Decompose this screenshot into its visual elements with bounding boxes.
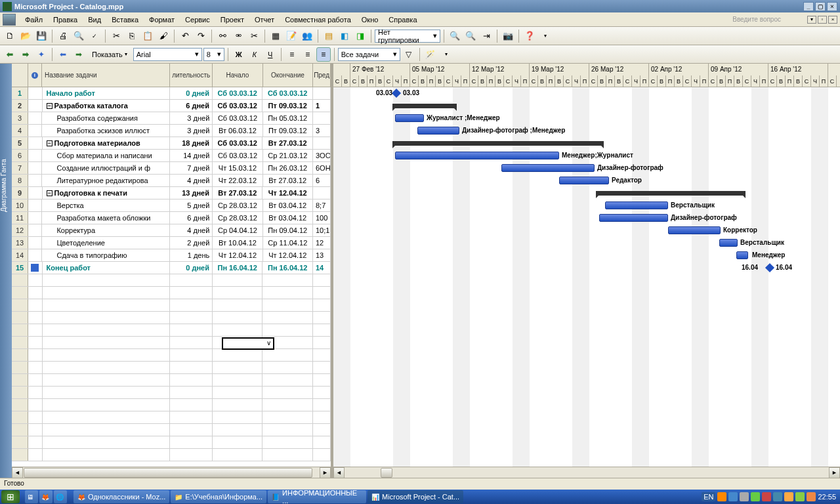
table-row[interactable]: 9−Подготовка к печати13 днейВт 27.03.12Ч… xyxy=(12,187,331,200)
task-bar[interactable] xyxy=(605,201,668,209)
table-row[interactable]: 7Создание иллюстраций и ф7 днейЧт 15.03.… xyxy=(12,162,331,175)
indent2-button[interactable]: ➡ xyxy=(72,47,86,62)
save-button[interactable]: 💾 xyxy=(34,29,49,43)
paste-button[interactable]: 📋 xyxy=(140,29,155,43)
task-bar[interactable] xyxy=(559,177,609,184)
tray-icon[interactable] xyxy=(795,492,805,501)
link-task-button[interactable]: ⚯ xyxy=(215,29,230,43)
up-button[interactable]: ✦ xyxy=(34,47,49,62)
table-row[interactable] xyxy=(12,274,331,287)
maximize-button[interactable]: ▢ xyxy=(815,2,826,11)
tray-icon[interactable] xyxy=(773,492,782,501)
toolbar2-options-button[interactable]: ▾ xyxy=(439,47,453,62)
print-button[interactable]: 🖨 xyxy=(56,29,70,43)
prev-button[interactable]: ⬅ xyxy=(3,47,17,62)
table-row[interactable] xyxy=(12,374,331,387)
table-row[interactable]: 4Разработка эскизов иллюст3 днейВт 06.03… xyxy=(12,125,331,137)
zoom-out-button[interactable]: 🔍 xyxy=(463,29,478,43)
tray-icon[interactable] xyxy=(740,492,749,501)
table-row[interactable]: 8Литературное редактирова4 днейЧт 22.03.… xyxy=(12,175,331,187)
taskbar-item[interactable]: 🦊 Одноклассники - Moz... xyxy=(74,490,169,503)
menu-tools[interactable]: Сервис xyxy=(180,14,215,26)
table-row[interactable]: 1Начало работ0 днейСб 03.03.12Сб 03.03.1… xyxy=(12,87,331,100)
tray-icon[interactable] xyxy=(762,492,771,501)
table-row[interactable] xyxy=(12,424,331,436)
task-bar[interactable] xyxy=(395,114,424,122)
align-left-button[interactable]: ≡ xyxy=(285,47,299,62)
outdent-button[interactable]: ◧ xyxy=(337,29,352,43)
task-bar[interactable] xyxy=(395,152,559,159)
tray-icon[interactable] xyxy=(807,492,816,501)
table-row[interactable]: 12Корректура4 днейСр 04.04.12Пн 09.04.12… xyxy=(12,224,331,237)
publish-button[interactable]: ▤ xyxy=(322,29,336,43)
indent-button[interactable]: ◨ xyxy=(353,29,368,43)
task-bar[interactable] xyxy=(501,164,595,172)
italic-button[interactable]: К xyxy=(247,47,262,62)
gantt-timeline-header[interactable]: 27 Фев '1205 Мар '1212 Мар '1219 Мар '12… xyxy=(333,64,840,87)
menu-format[interactable]: Формат xyxy=(144,14,180,26)
start-header[interactable]: Начало xyxy=(213,64,263,87)
scroll-right-button[interactable]: ► xyxy=(320,467,331,478)
question-box[interactable]: Введите вопрос xyxy=(732,16,807,23)
menu-help[interactable]: Справка xyxy=(383,14,422,26)
show-button[interactable]: Показать ▾ xyxy=(87,47,132,62)
summary-bar[interactable] xyxy=(596,191,746,196)
menu-edit[interactable]: Правка xyxy=(48,14,83,26)
preview-button[interactable]: 🔍 xyxy=(72,29,86,43)
table-row[interactable] xyxy=(12,287,331,299)
underline-button[interactable]: Ч xyxy=(263,47,278,62)
tray-icon[interactable] xyxy=(784,492,793,501)
language-indicator[interactable]: EN xyxy=(702,492,715,501)
menu-window[interactable]: Окно xyxy=(356,14,384,26)
summary-bar[interactable] xyxy=(392,104,457,108)
end-header[interactable]: Окончание xyxy=(263,64,314,87)
minimize-button[interactable]: _ xyxy=(803,2,814,11)
unlink-task-button[interactable]: ⚮ xyxy=(231,29,245,43)
next-button[interactable]: ➡ xyxy=(18,47,33,62)
table-row[interactable] xyxy=(12,299,331,312)
taskbar-item[interactable]: 📁 E:\Учебная\Информа... xyxy=(171,490,266,503)
table-row[interactable] xyxy=(12,399,331,411)
system-tray[interactable]: EN 22:55 xyxy=(702,492,839,501)
task-bar[interactable] xyxy=(668,226,721,234)
open-button[interactable]: 📂 xyxy=(18,29,33,43)
close-button[interactable]: × xyxy=(827,2,837,11)
table-row[interactable]: 6Сбор материала и написани14 днейСб 03.0… xyxy=(12,150,331,162)
menu-view[interactable]: Вид xyxy=(83,14,106,26)
task-name-header[interactable]: Название задачи xyxy=(42,64,170,87)
view-bar[interactable]: Диаграмма Ганта xyxy=(0,64,12,478)
doc-close-button[interactable]: × xyxy=(828,16,837,24)
menu-file[interactable]: Файл xyxy=(20,14,48,26)
outdent2-button[interactable]: ⬅ xyxy=(56,47,70,62)
grouping-combo[interactable]: Нет группировки▾ xyxy=(375,30,440,43)
table-row[interactable]: 3Разработка содержания3 днейСб 03.03.12П… xyxy=(12,112,331,125)
spelling-button[interactable]: ✓ xyxy=(87,29,102,43)
task-bar[interactable] xyxy=(736,251,748,259)
task-info-button[interactable]: ▦ xyxy=(268,29,283,43)
table-row[interactable] xyxy=(12,349,331,362)
tray-icon[interactable] xyxy=(728,492,738,501)
gantt-scrollbar[interactable]: ◄ ► xyxy=(333,467,840,478)
info-column-header[interactable]: i xyxy=(28,64,42,87)
copy-picture-button[interactable]: 📷 xyxy=(501,29,515,43)
tray-icon[interactable] xyxy=(751,492,760,501)
size-combo[interactable]: 8▾ xyxy=(203,48,224,61)
undo-button[interactable]: ↶ xyxy=(178,29,192,43)
quicklaunch-icon[interactable]: 🦊 xyxy=(39,490,52,503)
table-row[interactable] xyxy=(12,324,331,337)
copy-button[interactable]: ⎘ xyxy=(125,29,139,43)
left-scrollbar[interactable]: ◄ ► xyxy=(12,467,331,478)
table-row[interactable]: 14Сдача в типографию1 деньЧт 12.04.12Чт … xyxy=(12,249,331,262)
table-row[interactable] xyxy=(12,337,331,349)
quicklaunch-icon[interactable]: 🖥 xyxy=(25,490,38,503)
table-row[interactable] xyxy=(12,411,331,424)
pred-header[interactable]: Пред xyxy=(313,64,331,87)
summary-bar[interactable] xyxy=(392,141,604,146)
menu-insert[interactable]: Вставка xyxy=(106,14,144,26)
new-button[interactable]: 🗋 xyxy=(3,29,17,43)
doc-restore-button[interactable]: ▾ xyxy=(807,16,816,24)
quicklaunch-icon[interactable]: 🌐 xyxy=(54,490,67,503)
table-row[interactable]: 10Верстка5 днейСр 28.03.12Вт 03.04.128;7 xyxy=(12,200,331,212)
split-task-button[interactable]: ✂ xyxy=(247,29,261,43)
table-row[interactable]: 15Конец работ0 днейПн 16.04.12Пн 16.04.1… xyxy=(12,262,331,274)
